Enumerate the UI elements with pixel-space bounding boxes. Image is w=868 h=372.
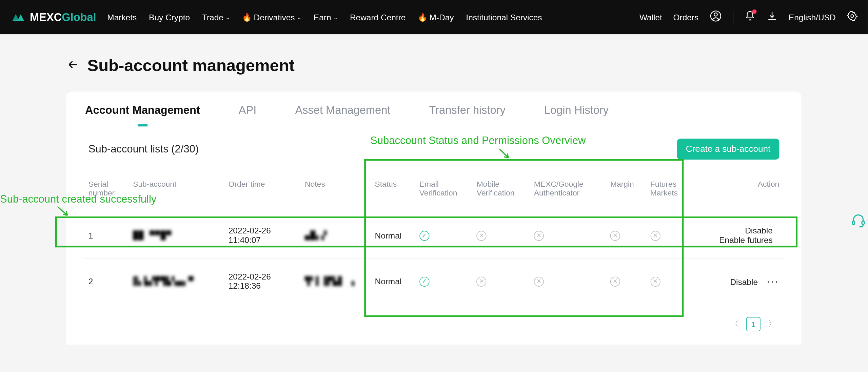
tab-account-management[interactable]: Account Management: [85, 104, 200, 126]
tab-transfer-history[interactable]: Transfer history: [429, 104, 506, 126]
col-order-time: Order time: [223, 173, 299, 212]
tab-login-history[interactable]: Login History: [544, 104, 609, 126]
check-icon: ✓: [419, 231, 429, 241]
cell-margin: ✕: [605, 258, 645, 304]
locale-switcher[interactable]: English/USD: [789, 13, 836, 22]
nav-reward-centre[interactable]: Reward Centre: [350, 13, 406, 22]
cell-mobile: ✕: [471, 258, 528, 304]
table-row: 2 ▓▖▙▞▛▜▙▚▄▖▀ 2022-02-26 12:18:36 ▜▘▌▐▛▙…: [83, 258, 785, 304]
enable-futures-link[interactable]: Enable futures: [719, 235, 773, 245]
top-nav: MEXCGlobal Markets Buy Crypto Trade⌄ 🔥De…: [0, 0, 868, 34]
chevron-down-icon: ⌄: [225, 14, 230, 20]
check-icon: ✓: [419, 276, 429, 286]
table-header-row: Serial number Sub-account Order time Not…: [83, 173, 785, 212]
svg-point-2: [851, 15, 853, 17]
cross-icon: ✕: [534, 231, 544, 241]
tab-api[interactable]: API: [239, 104, 257, 126]
brand-logo[interactable]: MEXCGlobal: [10, 11, 96, 23]
cell-email: ✓: [414, 213, 471, 258]
cell-mobile: ✕: [471, 213, 528, 258]
pagination: 〈 1 〉: [66, 304, 802, 345]
gear-icon[interactable]: [847, 11, 858, 24]
brand-name: MEXCGlobal: [30, 11, 96, 23]
col-futures: Futures Markets: [645, 173, 689, 212]
nav-trade[interactable]: Trade⌄: [202, 13, 230, 22]
content-card: Account Management API Asset Management …: [66, 92, 802, 345]
col-notes: Notes: [299, 173, 369, 212]
cross-icon: ✕: [610, 231, 620, 241]
subaccount-table: Serial number Sub-account Order time Not…: [83, 173, 785, 304]
disable-link[interactable]: Disable: [745, 226, 773, 235]
pager-next[interactable]: 〉: [765, 317, 779, 331]
chevron-down-icon: ⌄: [333, 14, 338, 20]
cell-futures: ✕: [645, 213, 689, 258]
pager-page-1[interactable]: 1: [746, 317, 761, 331]
nav-earn[interactable]: Earn⌄: [314, 13, 338, 22]
divider: [733, 11, 733, 24]
cross-icon: ✕: [477, 231, 487, 241]
nav-mday[interactable]: 🔥M-Day: [418, 13, 454, 22]
create-subaccount-button[interactable]: Create a sub-account: [677, 139, 780, 160]
col-serial: Serial number: [83, 173, 127, 212]
tabs: Account Management API Asset Management …: [66, 92, 802, 127]
col-status: Status: [369, 173, 414, 212]
list-title: Sub-account lists (2/30): [88, 143, 199, 155]
cell-order-time: 2022-02-26 12:18:36: [223, 258, 299, 304]
cross-icon: ✕: [650, 276, 660, 286]
nav-markets[interactable]: Markets: [107, 13, 137, 22]
cell-status: Normal: [369, 258, 414, 304]
col-mobile: Mobile Verification: [471, 173, 528, 212]
col-email: Email Verification: [414, 173, 471, 212]
support-icon[interactable]: [849, 210, 868, 232]
col-margin: Margin: [605, 173, 645, 212]
page-title: Sub-account management: [87, 56, 295, 75]
cell-mfa: ✕: [528, 258, 605, 304]
cross-icon: ✕: [610, 276, 620, 286]
table-row: 1 ██ ▀▀█▀ 2022-02-26 11:40:07 ▄█▖▞ Norma…: [83, 213, 785, 258]
flame-icon: 🔥: [242, 13, 252, 21]
disable-link[interactable]: Disable: [730, 277, 758, 286]
nav-right: Wallet Orders English/USD: [639, 10, 858, 24]
cell-subaccount: ██ ▀▀█▀: [127, 213, 223, 258]
cross-icon: ✕: [534, 276, 544, 286]
cell-order-time: 2022-02-26 11:40:07: [223, 213, 299, 258]
page-title-row: Sub-account management: [66, 56, 802, 75]
cell-email: ✓: [414, 258, 471, 304]
page-body: Sub-account management Account Managemen…: [0, 34, 868, 356]
cell-futures: ✕: [645, 258, 689, 304]
col-subaccount: Sub-account: [127, 173, 223, 212]
chevron-down-icon: ⌄: [297, 14, 301, 20]
cell-action: Disable Enable futures: [689, 213, 785, 258]
cell-mfa: ✕: [528, 213, 605, 258]
svg-point-1: [714, 13, 717, 16]
nav-derivatives[interactable]: 🔥Derivatives⌄: [242, 13, 301, 22]
cell-action: Disable ···: [689, 258, 785, 304]
cell-serial: 1: [83, 213, 127, 258]
flame-icon: 🔥: [418, 13, 427, 21]
cell-subaccount: ▓▖▙▞▛▜▙▚▄▖▀: [127, 258, 223, 304]
more-actions-icon[interactable]: ···: [767, 275, 779, 287]
nav-institutional[interactable]: Institutional Services: [466, 13, 542, 22]
cell-status: Normal: [369, 213, 414, 258]
notification-dot: [752, 9, 756, 14]
cell-margin: ✕: [605, 213, 645, 258]
user-icon[interactable]: [710, 10, 722, 24]
nav-wallet[interactable]: Wallet: [639, 13, 662, 22]
cross-icon: ✕: [477, 276, 487, 286]
nav-orders[interactable]: Orders: [673, 13, 699, 22]
nav-left: Markets Buy Crypto Trade⌄ 🔥Derivatives⌄ …: [107, 13, 542, 22]
cell-notes: ▜▘▌▐▛▙▊ ▗: [299, 258, 369, 304]
cross-icon: ✕: [650, 231, 660, 241]
logo-icon: [10, 12, 26, 23]
col-mfa: MEXC/Google Authenticator: [528, 173, 605, 212]
tab-asset-management[interactable]: Asset Management: [295, 104, 391, 126]
cell-notes: ▄█▖▞: [299, 213, 369, 258]
list-header: Sub-account lists (2/30) Create a sub-ac…: [66, 126, 802, 165]
pager-prev[interactable]: 〈: [727, 317, 742, 331]
bell-icon[interactable]: [745, 11, 756, 24]
cell-serial: 2: [83, 258, 127, 304]
back-arrow-icon[interactable]: [66, 58, 80, 74]
nav-buy-crypto[interactable]: Buy Crypto: [149, 13, 190, 22]
col-action: Action: [689, 173, 785, 212]
download-icon[interactable]: [767, 11, 778, 24]
